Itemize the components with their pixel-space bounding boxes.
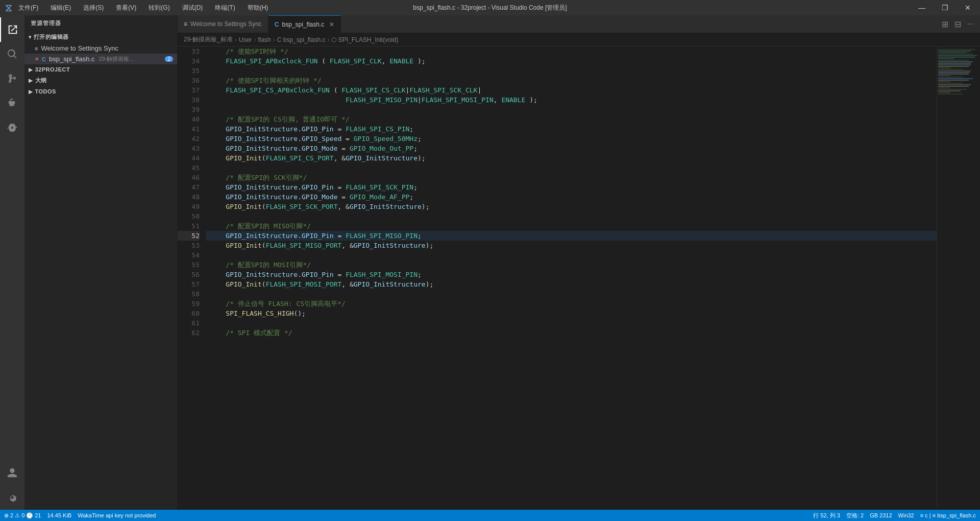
tabs-right-actions: ⊞ ⊟ ··· [940,18,980,30]
c-file-icon: C [42,56,46,62]
sidebar: 资源管理器 ▾ 打开的编辑器 ≡ Welcome to Settings Syn… [24,15,178,510]
activity-accounts[interactable] [0,461,24,485]
menu-help[interactable]: 帮助(H) [246,3,271,13]
encoding-value: GB 2312 [870,512,892,518]
title-bar-menu: 文件(F) 编辑(E) 选择(S) 查看(V) 转到(G) 调试(D) 终端(T… [16,3,270,13]
outline-arrow: ▶ [29,78,33,83]
code-line-38: FLASH_SPI_MISO_PIN|FLASH_SPI_MOSI_PIN, E… [206,95,937,105]
menu-terminal[interactable]: 终端(T) [213,3,237,13]
code-line-40: /* 配置SPI的 CS引脚, 普通IO即可 */ [206,114,937,124]
code-editor[interactable]: 33 34 35 36 37 38 39 40 41 42 43 44 45 4… [178,46,980,510]
menu-file[interactable]: 文件(F) [16,3,40,13]
activity-explorer[interactable] [0,17,24,42]
32project-arrow: ▶ [29,67,33,73]
todos-header[interactable]: ▶ TODOS [24,86,177,97]
status-wakatime[interactable]: WakaTime api key not provided [78,512,156,518]
breadcrumb-sep-1: › [235,36,237,43]
status-spaces[interactable]: 空格: 2 [846,512,864,519]
todos-section: ▶ TODOS [24,86,177,97]
breadcrumb-flash[interactable]: flash [258,36,271,43]
activity-debug[interactable] [0,91,24,115]
line-numbers: 33 34 35 36 37 38 39 40 41 42 43 44 45 4… [178,46,206,510]
editor-area: ≡ Welcome to Settings Sync C bsp_spi_fla… [178,15,980,510]
settings-sync-label: Welcome to Settings Sync [41,44,118,52]
bsp-spi-label: bsp_spi_flash.c [49,55,95,63]
breadcrumb-file[interactable]: C bsp_spi_flash.c [277,36,326,43]
code-line-33: /* 使能SPI时钟 */ [206,46,937,56]
status-errors[interactable]: ⊗ 2 ⚠ 0 🕐 21 [4,512,41,519]
menu-goto[interactable]: 转到(G) [146,3,172,13]
bsp-spi-close-icon[interactable]: ✕ [329,21,334,28]
close-button[interactable]: ✕ [961,3,975,13]
code-line-46: /* 配置SPI的 SCK引脚*/ [206,173,937,182]
error-count: 2 [10,512,13,518]
breadcrumb-project[interactable]: 29-触摸画板_标准 [184,35,233,44]
code-line-37: FLASH_SPI_CS_APBxClock_FUN ( FLASH_SPI_C… [206,85,937,95]
error-close-icon: ✕ [35,56,39,62]
bsp-spi-tab-icon: C [275,21,279,28]
32project-label: 32PROJECT [35,66,70,73]
breadcrumb: 29-触摸画板_标准 › User › flash › C bsp_spi_fl… [178,33,980,46]
code-line-45 [206,163,937,173]
settings-sync-file-icon: ≡ [35,45,38,52]
open-editors-header[interactable]: ▾ 打开的编辑器 [24,31,177,43]
toggle-panel-icon[interactable]: ⊟ [952,18,963,30]
open-editors-section: ▾ 打开的编辑器 ≡ Welcome to Settings Sync ✕ C … [24,31,177,64]
code-line-60: SPI_FLASH_CS_HIGH(); [206,309,937,318]
language-value: ≡ c | ≡ bsp_spi_flash.c [920,512,976,518]
status-filesize[interactable]: 14.45 KiB [47,512,72,518]
status-line-col[interactable]: 行 52, 列 3 [813,512,840,519]
status-bar-right: 行 52, 列 3 空格: 2 GB 2312 Win32 ≡ c | ≡ bs… [813,512,976,519]
breadcrumb-sep-4: › [327,36,329,43]
breadcrumb-sep-2: › [254,36,256,43]
code-line-55: /* 配置SPI的 MOSI引脚*/ [206,260,937,270]
activity-settings[interactable] [0,485,24,510]
split-editor-icon[interactable]: ⊞ [940,18,950,30]
sidebar-item-bsp-spi[interactable]: ✕ C bsp_spi_flash.c 29-触摸画板... 2 [24,54,177,64]
status-encoding[interactable]: GB 2312 [870,512,892,519]
outline-header[interactable]: ▶ 大纲 [24,75,177,86]
activity-extensions[interactable] [0,115,24,140]
wakatime-label: WakaTime api key not provided [78,512,156,518]
status-language[interactable]: ≡ c | ≡ bsp_spi_flash.c [920,512,976,519]
warning-icon: ⚠ [15,512,20,519]
tab-bsp-spi-flash[interactable]: C bsp_spi_flash.c ✕ [268,15,341,33]
error-badge: 2 [165,56,173,62]
status-bar: ⊗ 2 ⚠ 0 🕐 21 14.45 KiB WakaTime api key … [0,510,980,521]
code-line-54 [206,250,937,260]
code-line-44: GPIO_Init(FLASH_SPI_CS_PORT, &GPIO_InitS… [206,153,937,163]
code-line-57: GPIO_Init(FLASH_SPI_MOSI_PORT, &GPIO_Ini… [206,279,937,289]
title-bar: ⧖ 文件(F) 编辑(E) 选择(S) 查看(V) 转到(G) 调试(D) 终端… [0,0,980,15]
sidebar-item-settings-sync[interactable]: ≡ Welcome to Settings Sync [24,43,177,54]
code-line-48: GPIO_InitStructure.GPIO_Mode = GPIO_Mode… [206,192,937,202]
code-line-59: /* 停止信号 FLASH: CS引脚高电平*/ [206,299,937,309]
more-actions-icon[interactable]: ··· [965,18,976,30]
outline-section: ▶ 大纲 [24,75,177,86]
breadcrumb-user[interactable]: User [239,36,252,43]
tab-settings-sync[interactable]: ≡ Welcome to Settings Sync [178,15,268,33]
filesize-value: 14.45 KiB [47,512,72,518]
maximize-button[interactable]: ❐ [938,3,952,13]
code-content[interactable]: /* 使能SPI时钟 */ FLASH_SPI_APBxClock_FUN ( … [206,46,937,510]
breadcrumb-function[interactable]: ⬡ SPI_FLASH_Init(void) [331,36,398,43]
code-line-36: /* 使能SPI引脚相关的时钟 */ [206,76,937,85]
32project-header[interactable]: ▶ 32PROJECT [24,64,177,75]
code-line-49: GPIO_Init(FLASH_SPI_SCK_PORT, &GPIO_Init… [206,202,937,211]
status-eol[interactable]: Win32 [898,512,914,519]
vscode-logo-icon: ⧖ [5,2,12,14]
menu-edit[interactable]: 编辑(E) [48,3,73,13]
settings-sync-tab-label: Welcome to Settings Sync [190,20,262,28]
bsp-spi-path: 29-触摸画板... [99,55,134,63]
main-layout: 资源管理器 ▾ 打开的编辑器 ≡ Welcome to Settings Syn… [0,15,980,510]
menu-debug[interactable]: 调试(D) [180,3,205,13]
activity-search[interactable] [0,42,24,66]
todos-label: TODOS [35,88,56,94]
menu-select[interactable]: 选择(S) [81,3,106,13]
tabs-bar: ≡ Welcome to Settings Sync C bsp_spi_fla… [178,15,980,33]
minimize-button[interactable]: — [914,3,929,13]
title-bar-title: bsp_spi_flash.c - 32project - Visual Stu… [413,4,567,12]
activity-source-control[interactable] [0,66,24,91]
activity-bar [0,15,24,510]
menu-view[interactable]: 查看(V) [114,3,138,13]
error-icon: ⊗ [4,512,9,519]
